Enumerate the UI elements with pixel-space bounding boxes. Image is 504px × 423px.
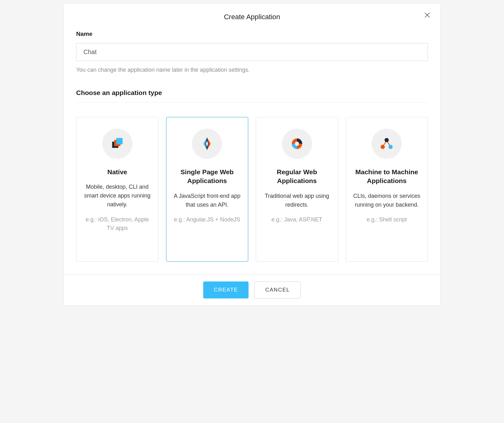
modal-header: Create Application <box>64 3 440 24</box>
card-title: Machine to Machine Applications <box>352 168 422 186</box>
card-title: Native <box>82 168 153 176</box>
svg-point-13 <box>385 138 389 142</box>
card-description: Traditional web app using redirects. <box>262 192 332 209</box>
svg-point-10 <box>295 142 299 146</box>
app-type-card-spa[interactable]: Single Page Web Applications A JavaScrip… <box>166 117 249 262</box>
name-label: Name <box>76 31 428 37</box>
spa-icon <box>199 136 215 152</box>
card-description: Mobile, desktop, CLI and smart device ap… <box>82 183 153 209</box>
svg-rect-4 <box>116 138 122 144</box>
svg-point-15 <box>389 145 393 149</box>
name-input[interactable] <box>76 43 428 61</box>
card-title: Regular Web Applications <box>262 168 332 186</box>
card-example: e.g.: Shell script <box>352 215 422 224</box>
create-application-modal: Create Application Name You can change t… <box>63 3 441 306</box>
close-button[interactable] <box>423 11 431 19</box>
app-type-card-m2m[interactable]: Machine to Machine Applications CLIs, da… <box>346 117 428 262</box>
card-description: CLIs, daemons or services running on you… <box>352 192 422 209</box>
choose-type-heading: Choose an application type <box>76 89 428 103</box>
cancel-button[interactable]: CANCEL <box>254 281 301 298</box>
modal-title: Create Application <box>76 13 428 21</box>
native-icon <box>109 136 125 152</box>
modal-body: Name You can change the application name… <box>64 24 440 274</box>
app-type-card-native[interactable]: Native Mobile, desktop, CLI and smart de… <box>76 117 159 262</box>
regular-web-icon-circle <box>282 129 312 159</box>
regular-web-icon <box>289 136 305 152</box>
m2m-icon-circle <box>372 129 402 159</box>
app-type-card-regular-web[interactable]: Regular Web Applications Traditional web… <box>256 117 338 262</box>
card-description: A JavaScript front-end app that uses an … <box>172 192 243 209</box>
card-title: Single Page Web Applications <box>172 168 243 186</box>
app-type-cards: Native Mobile, desktop, CLI and smart de… <box>76 117 428 262</box>
native-icon-circle <box>102 129 132 159</box>
spa-icon-circle <box>192 129 222 159</box>
card-example: e.g.: Java, ASP.NET <box>262 215 332 224</box>
modal-footer: CREATE CANCEL <box>64 274 440 305</box>
name-help-text: You can change the application name late… <box>76 67 428 73</box>
svg-point-14 <box>381 145 385 149</box>
m2m-icon <box>379 136 395 152</box>
close-icon <box>424 12 431 19</box>
create-button[interactable]: CREATE <box>203 281 249 298</box>
card-example: e.g.: Angular.JS + NodeJS <box>172 215 243 224</box>
card-example: e.g.: iOS, Electron, Apple TV apps <box>82 215 153 232</box>
